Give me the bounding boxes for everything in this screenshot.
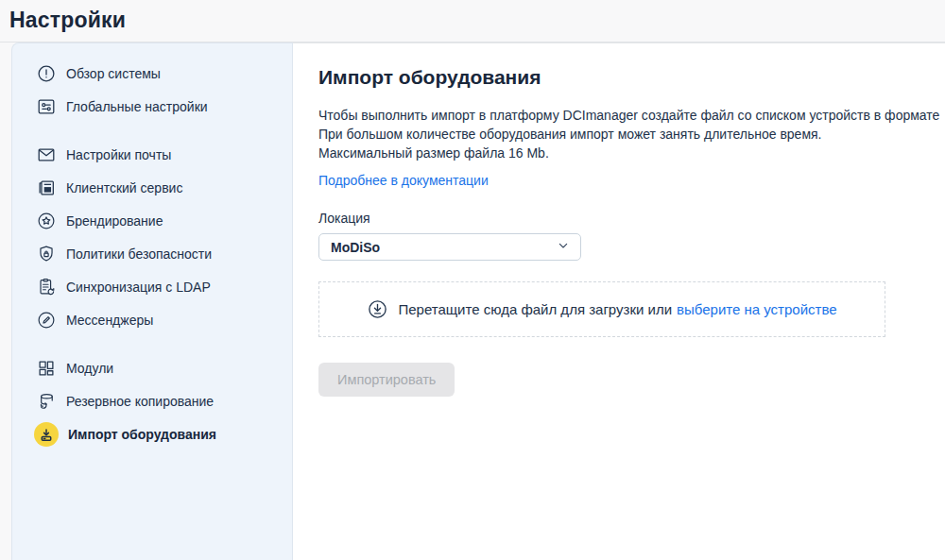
- newspaper-icon: [36, 178, 57, 198]
- sidebar-item-modules[interactable]: Модули: [12, 351, 292, 384]
- main-panel: Импорт оборудования Чтобы выполнить импо…: [293, 42, 945, 560]
- star-circle-icon: [36, 211, 57, 231]
- description: Чтобы выполнить импорт в платформу DCIma…: [318, 106, 945, 162]
- alert-circle-icon: [36, 63, 57, 84]
- database-restore-icon: [36, 391, 57, 412]
- shield-lock-icon: [36, 244, 57, 264]
- sidebar-item-label: Резервное копирование: [66, 394, 214, 409]
- sidebar-item-mail-settings[interactable]: Настройки почты: [12, 138, 292, 171]
- documentation-link[interactable]: Подробнее в документации: [318, 173, 489, 188]
- sidebar-item-security-policies[interactable]: Политики безопасности: [12, 237, 292, 270]
- content-row: Обзор системы Глобальные настройки: [0, 42, 945, 560]
- dropzone-text: Перетащите сюда файл для загрузки или: [398, 301, 672, 317]
- sidebar-item-system-overview[interactable]: Обзор системы: [12, 57, 292, 90]
- page-header: Настройки: [0, 0, 945, 42]
- file-dropzone[interactable]: Перетащите сюда файл для загрузки или вы…: [318, 281, 885, 337]
- sidebar-item-branding[interactable]: Брендирование: [12, 204, 292, 237]
- sidebar-item-label: Настройки почты: [66, 147, 171, 162]
- sidebar-item-label: Модули: [66, 361, 113, 376]
- description-line: Максимальный размер файла 16 Mb.: [318, 144, 945, 162]
- clipboard-sync-icon: [36, 277, 57, 297]
- import-button[interactable]: Импортировать: [318, 363, 455, 397]
- sidebar-item-backup[interactable]: Резервное копирование: [12, 384, 292, 417]
- sidebar-item-equipment-import[interactable]: Импорт оборудования: [12, 417, 292, 450]
- section-heading: Импорт оборудования: [318, 66, 945, 89]
- window-toggles-icon: [36, 96, 57, 117]
- sidebar-item-label: Политики безопасности: [66, 246, 212, 262]
- envelope-icon: [36, 144, 57, 165]
- sidebar-group-overview: Обзор системы Глобальные настройки: [12, 57, 292, 123]
- sidebar-item-label: Глобальные настройки: [66, 99, 208, 114]
- description-line: Чтобы выполнить импорт в платформу DCIma…: [318, 106, 945, 125]
- page-title: Настройки: [9, 8, 945, 33]
- modules-icon: [36, 358, 57, 379]
- sidebar-item-label: Клиентский сервис: [66, 180, 182, 195]
- import-device-icon: [34, 422, 59, 447]
- sidebar-item-ldap-sync[interactable]: Синхронизация с LDAP: [12, 270, 292, 303]
- pencil-circle-icon: [36, 310, 57, 331]
- settings-sidebar: Обзор системы Глобальные настройки: [11, 42, 293, 560]
- sidebar-item-messengers[interactable]: Мессенджеры: [12, 303, 292, 336]
- sidebar-item-label: Мессенджеры: [66, 313, 153, 328]
- location-selected-value: MoDiSo: [331, 240, 380, 255]
- left-gutter: [0, 42, 11, 560]
- sidebar-item-label: Обзор системы: [66, 66, 161, 81]
- download-icon: [367, 298, 388, 320]
- sidebar-item-client-service[interactable]: Клиентский сервис: [12, 171, 292, 204]
- sidebar-group-system: Модули Резервное копирование: [12, 351, 292, 450]
- sidebar-item-global-settings[interactable]: Глобальные настройки: [12, 90, 292, 123]
- location-select[interactable]: MoDiSo: [318, 233, 581, 261]
- chevron-down-icon: [556, 238, 571, 257]
- sidebar-item-label: Импорт оборудования: [68, 427, 216, 442]
- sidebar-item-label: Брендирование: [66, 213, 163, 229]
- sidebar-group-services: Настройки почты Клиентский сервис: [12, 138, 292, 336]
- choose-file-link[interactable]: выберите на устройстве: [677, 301, 837, 317]
- location-label: Локация: [318, 211, 945, 226]
- description-line: При большом количестве оборудования импо…: [318, 125, 945, 144]
- sidebar-item-label: Синхронизация с LDAP: [66, 280, 211, 295]
